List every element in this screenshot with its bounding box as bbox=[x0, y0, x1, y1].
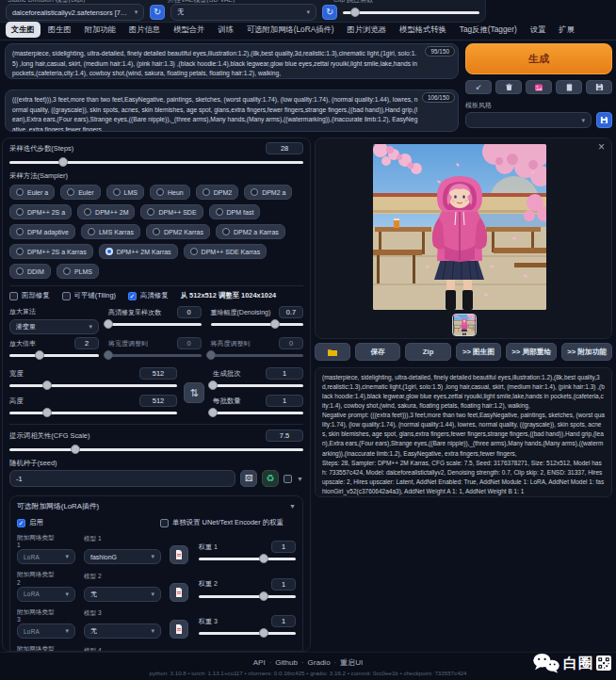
footer-link[interactable]: API bbox=[253, 658, 266, 667]
footer-link[interactable]: Github bbox=[275, 658, 298, 667]
lora-type-select[interactable]: LoRA▾ bbox=[17, 549, 75, 564]
negative-prompt-input[interactable]: (((extra feet))),3 feet,more than two fe… bbox=[12, 95, 420, 132]
close-icon[interactable]: × bbox=[598, 140, 605, 154]
sampler-option[interactable]: PLMS bbox=[57, 264, 99, 279]
vae-select[interactable]: 无 ▾ bbox=[170, 4, 316, 21]
width-slider[interactable] bbox=[9, 380, 177, 391]
clear-prompt-button[interactable] bbox=[495, 80, 522, 94]
lora-weight-slider[interactable] bbox=[199, 553, 296, 564]
seed-extra-checkbox[interactable] bbox=[284, 475, 292, 483]
sampler-option[interactable]: DPM2 a bbox=[244, 185, 292, 200]
sampler-option[interactable]: LMS bbox=[106, 185, 144, 200]
tab-item[interactable]: 图片浏览器 bbox=[342, 22, 392, 38]
prompt-input[interactable]: (masterpiece, sidelighting, ultra-detail… bbox=[12, 49, 420, 79]
tab-item[interactable]: 模型格式转换 bbox=[394, 22, 452, 38]
tab-item[interactable]: 扩展 bbox=[553, 22, 580, 38]
sampler-option[interactable]: DPM++ SDE Karras bbox=[184, 244, 267, 259]
steps-slider[interactable] bbox=[9, 156, 303, 168]
sampler-option[interactable]: DDIM bbox=[9, 264, 51, 279]
send-to-extras-button[interactable]: >> 附加功能 bbox=[561, 343, 612, 361]
steps-value[interactable]: 28 bbox=[266, 142, 303, 154]
toggle-tiling[interactable]: 可平铺(Tiling) bbox=[62, 291, 116, 300]
width-value[interactable]: 512 bbox=[139, 367, 177, 380]
save-style-button[interactable] bbox=[586, 80, 612, 94]
lora-model-select[interactable]: 无▾ bbox=[84, 587, 161, 602]
lora-weight-value[interactable]: 1 bbox=[271, 541, 296, 553]
lora-weight-slider[interactable] bbox=[199, 591, 296, 602]
lora-accordion-header[interactable]: 可选附加网络(LoRA插件) ▼ bbox=[17, 501, 296, 511]
denoising-value[interactable]: 0.7 bbox=[279, 306, 303, 318]
sampler-option[interactable]: Heun bbox=[150, 185, 190, 200]
paste-params-button[interactable]: ↙ bbox=[465, 80, 492, 94]
apply-style-button[interactable] bbox=[556, 80, 582, 94]
send-to-img2img-button[interactable]: >> 图生图 bbox=[456, 343, 501, 361]
lora-enable-toggle[interactable]: ✓ 启用 bbox=[17, 518, 160, 527]
lora-weight-value[interactable]: 1 bbox=[271, 615, 296, 627]
tab-item[interactable]: 附加功能 bbox=[79, 22, 122, 38]
reuse-seed-button[interactable]: ♻ bbox=[262, 470, 279, 487]
generate-button[interactable]: 生成 bbox=[465, 43, 612, 74]
styles-select[interactable]: ▾ bbox=[465, 112, 592, 128]
save-button[interactable]: 保存 bbox=[355, 343, 400, 361]
height-value[interactable]: 512 bbox=[139, 395, 177, 407]
tab-item[interactable]: 图片信息 bbox=[123, 22, 166, 38]
denoising-slider[interactable] bbox=[211, 318, 304, 330]
refresh-vae-button[interactable]: ↻ bbox=[322, 5, 337, 20]
batch-count-value[interactable]: 1 bbox=[266, 367, 303, 380]
open-model-file-button[interactable] bbox=[170, 583, 188, 602]
toggle-restore-faces[interactable]: 面部修复 bbox=[9, 291, 50, 300]
sampler-option[interactable]: DPM2 bbox=[196, 185, 238, 200]
lora-weight-value[interactable]: 1 bbox=[271, 578, 296, 591]
clip-skip-slider[interactable] bbox=[343, 7, 479, 18]
tab-item[interactable]: 文生图 bbox=[6, 22, 41, 38]
random-seed-button[interactable]: ⚄ bbox=[240, 470, 257, 487]
tab-item[interactable]: Tag反推(Tagger) bbox=[454, 22, 523, 38]
sampler-option[interactable]: DPM adaptive bbox=[9, 224, 75, 239]
open-model-file-button[interactable] bbox=[170, 545, 188, 564]
upscale-by-slider[interactable] bbox=[9, 349, 99, 361]
batch-size-value[interactable]: 1 bbox=[266, 395, 303, 407]
hires-steps-value[interactable]: 0 bbox=[177, 306, 202, 318]
sampler-option[interactable]: DPM++ 2S a bbox=[9, 204, 72, 219]
tab-item[interactable]: 模型合并 bbox=[168, 22, 210, 38]
upscale-by-value[interactable]: 2 bbox=[74, 337, 99, 349]
cfg-slider[interactable] bbox=[9, 444, 303, 455]
tab-item[interactable]: 训练 bbox=[212, 22, 239, 38]
lora-model-select[interactable]: 无▾ bbox=[84, 623, 161, 639]
lora-separate-weights-toggle[interactable]: 单独设置 UNet/Text Encoder 的权重 bbox=[160, 518, 284, 527]
batch-size-slider[interactable] bbox=[213, 407, 303, 418]
sampler-option[interactable]: DPM2 a Karras bbox=[216, 224, 285, 239]
send-to-inpaint-button[interactable]: >> 局部重绘 bbox=[506, 343, 557, 361]
zip-button[interactable]: Zip bbox=[405, 343, 450, 361]
hires-steps-slider[interactable] bbox=[108, 318, 202, 330]
sampler-option[interactable]: DPM fast bbox=[209, 204, 261, 219]
footer-link[interactable]: Gradio bbox=[308, 658, 331, 667]
tab-item[interactable]: 设置 bbox=[525, 22, 552, 38]
tab-item[interactable]: 可选附加网络(LoRA插件) bbox=[241, 22, 340, 38]
cfg-value[interactable]: 7.5 bbox=[266, 429, 303, 442]
sampler-option[interactable]: Euler bbox=[60, 185, 100, 200]
extra-networks-button[interactable] bbox=[526, 80, 552, 94]
sampler-option[interactable]: DPM++ 2M bbox=[77, 204, 135, 219]
sampler-option[interactable]: DPM++ 2S a Karras bbox=[9, 244, 93, 259]
sampler-option[interactable]: Euler a bbox=[9, 185, 55, 200]
lora-type-select[interactable]: LoRA▾ bbox=[17, 587, 75, 602]
upscaler-select[interactable]: 潜变量 ▾ bbox=[9, 319, 99, 334]
seed-input[interactable]: -1 bbox=[9, 470, 235, 487]
sampler-option[interactable]: DPM++ SDE bbox=[140, 204, 203, 219]
generated-image[interactable] bbox=[373, 144, 546, 310]
sampler-option[interactable]: DPM++ 2M Karras bbox=[99, 244, 178, 259]
open-folder-button[interactable] bbox=[315, 343, 350, 361]
batch-count-slider[interactable] bbox=[213, 380, 303, 391]
swap-dimensions-button[interactable]: ⇅ bbox=[184, 382, 204, 403]
refresh-checkpoint-button[interactable]: ↻ bbox=[150, 5, 165, 20]
collapse-icon[interactable]: ▼ bbox=[297, 476, 303, 482]
lora-weight-slider[interactable] bbox=[199, 627, 296, 639]
checkpoint-select[interactable]: dalceforealisticallyv2.safetensors [7335… bbox=[6, 4, 144, 21]
toggle-hires-fix[interactable]: ✓高清修复 bbox=[128, 291, 169, 300]
footer-link[interactable]: 重启UI bbox=[340, 658, 363, 667]
lora-type-select[interactable]: LoRA▾ bbox=[17, 623, 75, 639]
open-model-file-button[interactable] bbox=[170, 620, 188, 639]
sampler-option[interactable]: DPM2 Karras bbox=[146, 224, 210, 239]
lora-model-select[interactable]: fashionG▾ bbox=[84, 549, 161, 564]
